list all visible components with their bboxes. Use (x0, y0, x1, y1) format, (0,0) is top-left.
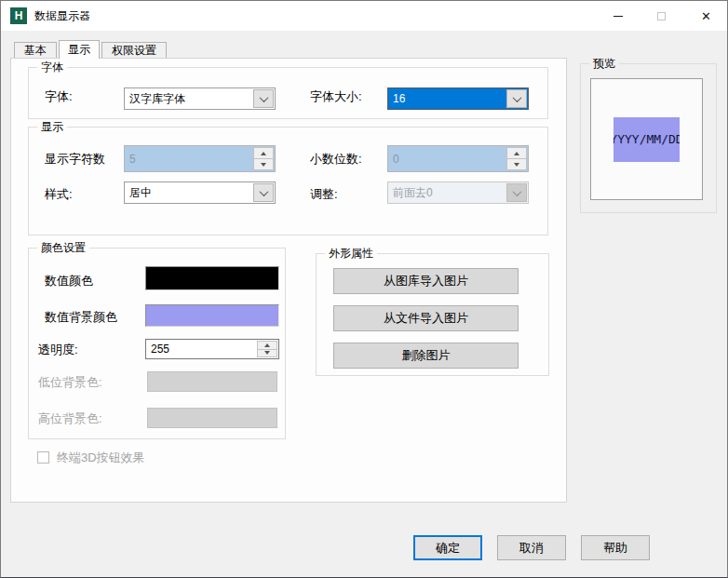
value-bg-color-label: 数值背景颜色 (45, 310, 117, 325)
tab-page-display: 字体 字体: 汉字库字体 字体大小: 16 显示 显示字符数 5 (10, 58, 567, 503)
window-title: 数据显示器 (34, 1, 90, 31)
decimal-places-label: 小数位数: (310, 152, 362, 167)
adjust-combobox-value: 前面去0 (393, 185, 433, 201)
spin-up-icon[interactable] (257, 341, 277, 350)
shape-properties-group: 外形属性 从图库导入图片 从文件导入图片 删除图片 (316, 253, 549, 376)
chevron-down-icon (506, 183, 527, 202)
maximize-icon (657, 12, 666, 20)
style-combobox[interactable]: 居中 (124, 181, 276, 204)
spin-up-icon[interactable] (506, 147, 527, 159)
close-icon: ✕ (701, 10, 711, 22)
high-bg-color-swatch (147, 408, 277, 428)
maximize-button (640, 1, 683, 31)
delete-image-button[interactable]: 删除图片 (333, 343, 519, 369)
cancel-button[interactable]: 取消 (497, 535, 566, 560)
tab-display[interactable]: 显示 (59, 40, 100, 59)
value-color-label: 数值颜色 (45, 274, 93, 289)
data-display-dialog: H 数据显示器 ✕ 基本 显示 权限设置 字体 字体: 汉字库字体 字体大小: … (0, 0, 728, 578)
tab-permissions[interactable]: 权限设置 (101, 42, 167, 58)
font-group: 字体 字体: 汉字库字体 字体大小: 16 (28, 67, 548, 119)
high-bg-color-label: 高位背景色: (38, 411, 102, 426)
spin-up-icon[interactable] (253, 147, 274, 159)
shape-properties-group-title: 外形属性 (325, 247, 377, 260)
color-settings-group-title: 颜色设置 (37, 241, 89, 254)
import-from-file-button[interactable]: 从文件导入图片 (333, 305, 519, 331)
decimal-places-value: 0 (393, 153, 399, 166)
low-bg-color-label: 低位背景色: (38, 375, 102, 390)
color-settings-group: 颜色设置 数值颜色 数值背景颜色 透明度: 255 低位背景色: 高位背景色: (28, 248, 286, 439)
font-combobox-value: 汉字库字体 (129, 91, 185, 107)
value-bg-color-swatch[interactable] (145, 304, 279, 327)
opacity-label: 透明度: (38, 343, 78, 357)
minimize-button[interactable] (597, 1, 640, 31)
adjust-label: 调整: (310, 187, 338, 202)
adjust-combobox: 前面去0 (387, 181, 529, 204)
char-count-label: 显示字符数 (45, 152, 105, 167)
tab-basic[interactable]: 基本 (14, 42, 57, 58)
style-combobox-value: 居中 (129, 185, 152, 201)
font-group-title: 字体 (37, 60, 67, 74)
help-button[interactable]: 帮助 (581, 535, 650, 560)
spin-down-icon[interactable] (253, 159, 274, 170)
char-count-value: 5 (129, 153, 136, 166)
value-color-swatch[interactable] (145, 266, 279, 290)
ok-button[interactable]: 确定 (413, 535, 482, 560)
chevron-down-icon[interactable] (253, 89, 274, 108)
minimize-icon (613, 16, 623, 17)
opacity-value: 255 (151, 343, 169, 356)
font-size-combobox[interactable]: 16 (387, 87, 529, 110)
terminal-3d-checkbox-label: 终端3D按钮效果 (57, 450, 145, 465)
font-size-combobox-value: 16 (393, 92, 405, 105)
app-icon: H (10, 7, 27, 24)
preview-chip: YYYY/MM/DD (613, 117, 680, 162)
opacity-spinner[interactable]: 255 (145, 339, 279, 359)
low-bg-color-swatch (147, 371, 277, 392)
char-count-spinner[interactable]: 5 (124, 145, 276, 172)
import-from-gallery-button[interactable]: 从图库导入图片 (333, 268, 519, 294)
style-label: 样式: (45, 187, 73, 202)
font-label: 字体: (45, 89, 73, 104)
spin-down-icon[interactable] (506, 159, 527, 170)
font-combobox[interactable]: 汉字库字体 (124, 87, 276, 110)
chevron-down-icon[interactable] (253, 183, 274, 202)
close-button[interactable]: ✕ (683, 1, 728, 31)
preview-group: 预览 YYYY/MM/DD (580, 63, 717, 213)
preview-text: YYYY/MM/DD (613, 132, 680, 146)
title-bar: H 数据显示器 ✕ (1, 1, 727, 31)
preview-canvas: YYYY/MM/DD (590, 78, 703, 200)
preview-group-title: 预览 (589, 57, 619, 70)
checkbox-icon (37, 451, 49, 464)
spin-down-icon[interactable] (257, 350, 277, 358)
display-group: 显示 显示字符数 5 小数位数: 0 样式: 居中 (28, 127, 548, 235)
display-group-title: 显示 (37, 120, 67, 133)
chevron-down-icon[interactable] (506, 89, 527, 108)
decimal-places-spinner[interactable]: 0 (387, 145, 529, 172)
font-size-label: 字体大小: (310, 89, 362, 104)
